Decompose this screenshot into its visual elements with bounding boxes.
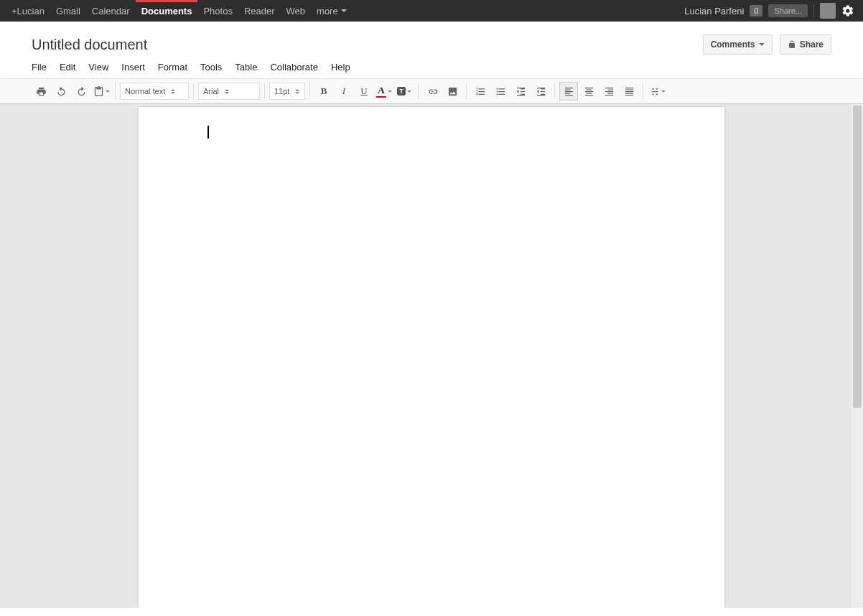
comments-button[interactable]: Comments — [703, 34, 773, 55]
print-button[interactable] — [32, 82, 50, 101]
insert-link-button[interactable] — [423, 82, 442, 101]
menu-format[interactable]: Format — [158, 62, 187, 73]
spinner-icon — [295, 89, 299, 94]
underline-button[interactable]: U — [355, 82, 373, 101]
spinner-icon — [225, 89, 229, 94]
separator — [193, 83, 194, 99]
redo-button[interactable] — [72, 82, 90, 101]
nav-reader[interactable]: Reader — [238, 0, 281, 22]
undo-button[interactable] — [52, 82, 70, 101]
numbered-list-button[interactable] — [471, 82, 490, 101]
align-left-button[interactable] — [559, 82, 578, 101]
chevron-down-icon — [407, 90, 411, 93]
separator — [466, 83, 467, 99]
share-top-button[interactable]: Share... — [768, 4, 808, 17]
highlight-color-button[interactable]: T — [395, 82, 414, 101]
divider — [813, 4, 814, 17]
gear-icon[interactable] — [841, 4, 854, 17]
nav-gmail[interactable]: Gmail — [50, 0, 86, 22]
decrease-indent-button[interactable] — [511, 82, 530, 101]
bullet-list-button[interactable] — [491, 82, 510, 101]
increase-indent-button[interactable] — [531, 82, 550, 101]
document-title[interactable]: Untitled document — [32, 37, 147, 53]
notification-badge[interactable]: 0 — [750, 5, 762, 17]
nav-more[interactable]: more — [311, 0, 353, 22]
menu-file[interactable]: File — [32, 62, 47, 73]
menu-bar: File Edit View Insert Format Tools Table… — [0, 57, 863, 78]
user-name[interactable]: Lucian Parfeni — [684, 6, 744, 17]
align-center-button[interactable] — [579, 82, 598, 101]
nav-photos[interactable]: Photos — [197, 0, 238, 22]
menu-insert[interactable]: Insert — [121, 62, 145, 73]
toolbar: Normal text Arial 11pt B I U A T — [0, 78, 863, 104]
google-bar: +Lucian Gmail Calendar Documents Photos … — [0, 0, 863, 22]
font-combo[interactable]: Arial — [198, 83, 260, 100]
share-button[interactable]: Share — [780, 34, 831, 55]
insert-image-button[interactable] — [443, 82, 462, 101]
avatar[interactable] — [820, 3, 836, 19]
align-right-button[interactable] — [600, 82, 618, 101]
scrollbar-thumb[interactable] — [853, 106, 862, 408]
italic-button[interactable]: I — [335, 82, 353, 101]
menu-tools[interactable]: Tools — [200, 62, 222, 73]
nav-plus-you[interactable]: +Lucian — [6, 0, 50, 22]
menu-edit[interactable]: Edit — [60, 62, 75, 73]
nav-documents[interactable]: Documents — [136, 0, 198, 22]
line-spacing-button[interactable] — [648, 82, 666, 101]
menu-collaborate[interactable]: Collaborate — [270, 62, 318, 73]
menu-table[interactable]: Table — [235, 62, 257, 73]
menu-view[interactable]: View — [88, 62, 108, 73]
separator — [264, 83, 265, 99]
document-page[interactable] — [139, 107, 724, 608]
chevron-down-icon — [388, 90, 392, 93]
spinner-icon — [171, 89, 175, 94]
chevron-down-icon — [341, 9, 347, 12]
chevron-down-icon — [106, 90, 110, 93]
text-cursor — [207, 126, 209, 139]
text-background-icon: T — [397, 87, 406, 95]
separator — [115, 83, 116, 99]
separator — [418, 83, 419, 99]
google-bar-links: +Lucian Gmail Calendar Documents Photos … — [6, 0, 353, 22]
document-area — [0, 104, 863, 608]
title-bar: Untitled document Comments Share — [0, 22, 863, 57]
chevron-down-icon — [759, 43, 765, 46]
align-justify-button[interactable] — [620, 82, 638, 101]
chevron-down-icon — [661, 90, 666, 93]
nav-web[interactable]: Web — [281, 0, 312, 22]
bold-button[interactable]: B — [314, 82, 333, 101]
menu-help[interactable]: Help — [331, 62, 350, 73]
paragraph-style-combo[interactable]: Normal text — [120, 83, 189, 100]
paste-button[interactable] — [92, 82, 111, 101]
separator — [309, 83, 310, 99]
vertical-scrollbar[interactable] — [852, 104, 863, 608]
font-size-combo[interactable]: 11pt — [269, 83, 305, 100]
lock-icon — [788, 40, 796, 49]
nav-calendar[interactable]: Calendar — [86, 0, 136, 22]
text-color-button[interactable]: A — [375, 82, 393, 101]
separator — [554, 83, 555, 99]
separator — [643, 83, 643, 99]
